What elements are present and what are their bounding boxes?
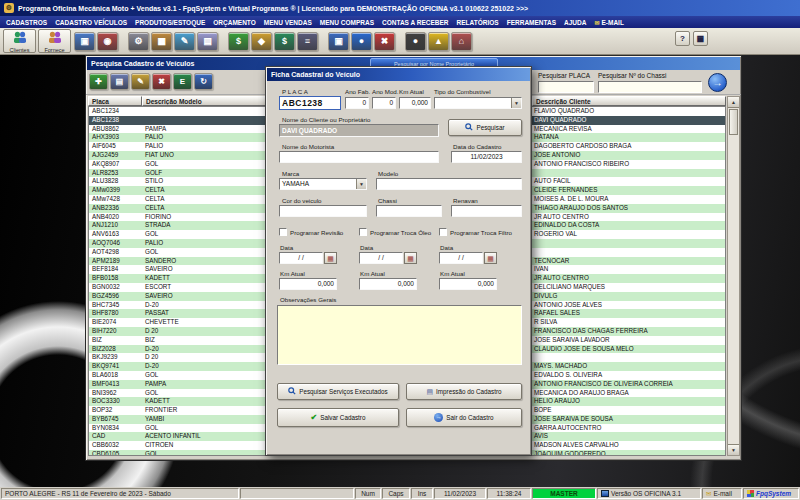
marca-dropdown[interactable]: YAMAHA ▼	[279, 178, 367, 190]
fornecedores-button[interactable]: Fornece	[38, 29, 71, 53]
column-header-cliente[interactable]: Descrição Cliente	[532, 96, 726, 106]
novo-cadastro-icon[interactable]: ✚	[89, 73, 108, 90]
cell-cliente	[531, 169, 725, 178]
email-icon: ✉	[594, 19, 599, 26]
data-filtro-field[interactable]: / /	[439, 252, 483, 264]
produtos-icon[interactable]: ▦	[151, 32, 172, 51]
pesquisar-servicos-button[interactable]: Pesquisar Serviços Executados	[277, 383, 399, 400]
programar-troca-filtro-checkbox[interactable]	[439, 228, 447, 236]
sair-icon[interactable]: ⌂	[451, 32, 472, 51]
status-num: Num	[355, 488, 381, 499]
menu-item-produtos-estoque[interactable]: PRODUTOS/ESTOQUE	[131, 16, 209, 28]
cell-cliente: JR AUTO CENTRO	[531, 213, 725, 222]
cell-cliente: IVAN	[531, 265, 725, 274]
scroll-down-icon[interactable]: ▼	[728, 444, 739, 455]
alerta-icon[interactable]: ▲	[428, 32, 449, 51]
scroll-thumb[interactable]	[729, 109, 738, 135]
help-button[interactable]: ?	[675, 31, 690, 46]
data-oleo-field[interactable]: / /	[359, 252, 403, 264]
programar-troca-oleo-checkbox[interactable]	[359, 228, 367, 236]
data-cadastro-field[interactable]: 11/02/2023	[451, 151, 522, 163]
ferramentas-icon[interactable]: ⚙	[128, 32, 149, 51]
menu-item-ferramentas[interactable]: FERRAMENTAS	[503, 16, 560, 28]
pesquisar-cliente-button[interactable]: Pesquisar	[448, 119, 522, 136]
menu-item-menu-vendas[interactable]: MENU VENDAS	[260, 16, 316, 28]
cell-placa: ANJ1210	[89, 221, 142, 230]
imprimir-lista-icon[interactable]: ▤	[110, 73, 129, 90]
semaforo-icon[interactable]: ●	[405, 32, 426, 51]
caixa-icon[interactable]: $	[274, 32, 295, 51]
search-icon	[465, 123, 473, 132]
search-placa-input[interactable]	[538, 81, 594, 93]
ano-mod-label: Ano Mod.	[372, 88, 398, 95]
search-go-button[interactable]: →	[708, 73, 727, 92]
menu-item-contas-a-receber[interactable]: CONTAS A RECEBER	[378, 16, 453, 28]
status-date: 11/02/2023	[434, 488, 486, 499]
vertical-scrollbar[interactable]: ▲ ▼	[727, 96, 740, 456]
ano-mod-field[interactable]: 0	[372, 97, 396, 109]
observacoes-textarea[interactable]	[277, 305, 522, 365]
scroll-up-icon[interactable]: ▲	[728, 97, 739, 108]
excluir-icon[interactable]: ✖	[152, 73, 171, 90]
data-revisao-field[interactable]: / /	[279, 252, 323, 264]
cell-cliente	[531, 353, 725, 362]
veiculos-icon[interactable]: ▣	[74, 32, 95, 51]
km-filtro-field[interactable]: 0,000	[439, 278, 497, 290]
combustivel-dropdown[interactable]: ▼	[434, 97, 522, 109]
grid-button[interactable]: ▦	[693, 31, 708, 46]
menu-item-orcamento[interactable]: ORÇAMENTO	[209, 16, 260, 28]
calendar-icon[interactable]: ▦	[404, 252, 417, 264]
menu-item-menu-compras[interactable]: MENU COMPRAS	[316, 16, 378, 28]
cell-cliente: FLAVIO QUADRADO	[531, 107, 725, 116]
menu-item-relatorios[interactable]: RELATÓRIOS	[453, 16, 503, 28]
clientes-button[interactable]: Clientes	[3, 29, 36, 53]
servicos-icon[interactable]: ✎	[174, 32, 195, 51]
menu-item-e-mail[interactable]: ✉E-MAIL	[590, 16, 627, 28]
km-filtro-label: Km Atual	[440, 270, 465, 277]
compras-icon[interactable]: ◆	[251, 32, 272, 51]
search-chassi-input[interactable]	[598, 81, 702, 93]
motorista-field[interactable]	[279, 151, 439, 163]
impressao-cadastro-button[interactable]: ▤ Impressão do Cadastro	[406, 383, 522, 400]
calculadora-icon[interactable]: ≡	[297, 32, 318, 51]
menu-item-cadastros[interactable]: CADASTROS	[2, 16, 51, 28]
cor-field[interactable]	[279, 205, 367, 217]
salvar-cadastro-button[interactable]: ✔ Salvar Cadastro	[277, 408, 399, 427]
orcamento-icon[interactable]: ▤	[197, 32, 218, 51]
column-header-placa[interactable]: Placa	[88, 96, 142, 106]
motos-icon[interactable]: ◉	[97, 32, 118, 51]
menu-item-cadastro-veiculos[interactable]: CADASTRO VEÍCULOS	[51, 16, 131, 28]
cell-placa: BMF0413	[89, 380, 142, 389]
cliente-field[interactable]: DAVI QUADRADO	[279, 124, 439, 137]
status-location: PORTO ALEGRE - RS 11 de Fevereiro de 202…	[1, 488, 239, 499]
calendar-icon[interactable]: ▦	[324, 252, 337, 264]
menu-item-ajuda[interactable]: AJUDA	[560, 16, 590, 28]
chevron-down-icon[interactable]: ▼	[356, 179, 366, 189]
vendas-icon[interactable]: $	[228, 32, 249, 51]
km-atual-field[interactable]: 0,000	[399, 97, 431, 109]
editar-icon[interactable]: ✎	[131, 73, 150, 90]
modelo-field[interactable]	[376, 178, 522, 190]
cell-cliente: MECANICA DO ARAUJO BRAGA	[531, 389, 725, 398]
data-revisao-label: Data	[280, 244, 293, 251]
ano-fab-field[interactable]: 0	[345, 97, 369, 109]
clientes-icon	[11, 29, 29, 47]
km-revisao-field[interactable]: 0,000	[279, 278, 337, 290]
atualizar-icon[interactable]: ↻	[194, 73, 213, 90]
programar-revisao-checkbox[interactable]	[279, 228, 287, 236]
km-oleo-field[interactable]: 0,000	[359, 278, 417, 290]
computador-icon[interactable]: ▣	[328, 32, 349, 51]
renavan-field[interactable]	[451, 205, 522, 217]
calendar-icon[interactable]: ▦	[484, 252, 497, 264]
modelo-label: Modelo	[378, 170, 398, 177]
exportar-excel-icon[interactable]: E	[173, 73, 192, 90]
internet-icon[interactable]: ●	[351, 32, 372, 51]
placa-field[interactable]: ABC1238	[279, 96, 341, 110]
status-email-button[interactable]: ✉ E-mail	[702, 488, 742, 499]
chassi-field[interactable]	[376, 205, 442, 217]
app-toolbar: Clientes Fornece ▣◉⚙▦✎▤$◆$≡▣●✖●▲⌂ ? ▦	[0, 28, 800, 55]
sair-cadastro-button[interactable]: → Sair do Cadastro	[406, 408, 522, 427]
bloqueio-icon[interactable]: ✖	[374, 32, 395, 51]
chevron-down-icon[interactable]: ▼	[511, 98, 521, 108]
cell-placa: CBD6105	[89, 450, 142, 456]
